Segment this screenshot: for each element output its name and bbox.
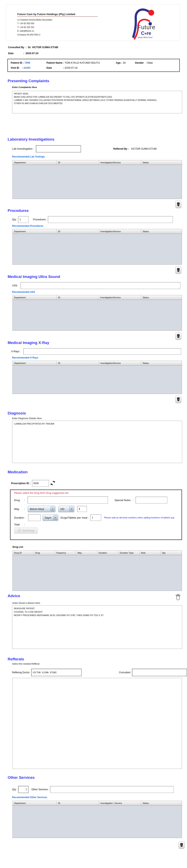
prescription-refresh-button[interactable] (50, 480, 55, 486)
frequency-select-value: OD (60, 507, 64, 510)
refresh-icon (50, 480, 55, 486)
company-name: Future Care by Future Holdings (Pty) Lim… (17, 13, 98, 16)
chevron-down-icon: ▼ (69, 506, 73, 512)
complaints-textarea[interactable]: PATIENT SEEN. BEING EVALUATED FOR LUMBAL… (12, 91, 182, 113)
way-select[interactable]: Before Meal ▼ (28, 506, 55, 512)
company-phone-2: T: +24 84 225 252 (17, 25, 98, 29)
other-services-input[interactable] (50, 786, 174, 793)
visit-id-cell: Visit ID : 22403 (11, 66, 46, 69)
duration-input[interactable] (28, 514, 41, 521)
trash-icon (177, 268, 180, 272)
section-title-ultrasound: Medical Imaging Ultra Sound (8, 275, 187, 279)
logo-care-re: re (147, 30, 151, 36)
procedures-col-service: Investigation/Service (99, 229, 141, 234)
section-title-diagnosis: Diagnosis (8, 411, 187, 415)
other-services-table-body (13, 806, 182, 838)
way-count-input[interactable] (77, 506, 87, 512)
patient-name-cell: Patient Name : TOM KYALO KATUMO NGUTU (46, 61, 116, 64)
refferal-select-label: Select the needed Refferal (12, 662, 187, 665)
procedures-delete-button[interactable] (175, 266, 181, 274)
lab-investigation-input[interactable] (36, 145, 81, 152)
procedures-table-body (13, 234, 182, 265)
recommended-lab-label: Recommended Lab Testings (12, 155, 187, 158)
procedures-qty-label: Qty : (12, 218, 18, 221)
uss-input[interactable] (21, 282, 180, 289)
procedures-col-status: Status (141, 229, 182, 234)
patient-gender-cell: Gender : Male (135, 61, 177, 64)
consulted-by-row: Consulted By : Dr. VICTOR OJIMA ETUBI (8, 46, 187, 49)
drug-col-drug: Drug (34, 551, 55, 555)
consult-date-value: 2025-07-24 (26, 52, 38, 55)
way-row: Way : Before Meal ▼ OD ▼ (14, 506, 182, 512)
recommended-uss-table: Department ID Investigation/Service Stat… (12, 295, 182, 331)
plus-icon: + (18, 529, 21, 532)
total-label: Total : (14, 523, 25, 526)
patient-age-cell: Age : 34 (116, 61, 135, 64)
total-row: Total : (14, 523, 182, 526)
chevron-down-icon: ▼ (50, 506, 54, 512)
uss-col-department: Department (13, 295, 57, 300)
drug-col-duration: Duration (97, 551, 118, 555)
other-services-qty-input[interactable] (18, 786, 29, 793)
drug-col-frequency: Fequency (55, 551, 76, 555)
drug-col-qty: Qty (161, 551, 182, 555)
per-meal-input[interactable] (90, 514, 101, 521)
other-services-trash-row (0, 841, 185, 849)
letterhead: Future Care by Future Holdings (Pty) Lim… (6, 4, 180, 41)
special-notes-input[interactable] (136, 497, 167, 503)
xray-delete-button[interactable] (175, 396, 181, 403)
prescription-id-input[interactable] (32, 480, 49, 487)
prescription-id-label: Prescription ID : (11, 482, 31, 485)
gender-label: Gender : (135, 61, 147, 64)
consultant-input[interactable] (132, 669, 187, 676)
uss-col-status: Status (141, 295, 182, 300)
xray-input[interactable] (23, 348, 181, 355)
consultant-label: Consultant (119, 671, 131, 674)
trash-icon (177, 334, 180, 338)
consult-date-row: Date : 2025-07-24 (8, 52, 187, 55)
uss-delete-button[interactable] (175, 332, 181, 340)
recommended-xray-table: Department ID Investigation/Service Stat… (12, 361, 182, 394)
advice-delete-button[interactable] (175, 594, 181, 601)
xray-field-row: X-Rays : (11, 348, 187, 355)
drug-input[interactable] (28, 496, 108, 504)
recommended-lab-table: Department ID Investigation/Service Stat… (12, 160, 182, 199)
section-title-advice: Advice (8, 594, 20, 598)
company-address: Le Chainter,Victoria,Mahe,Seychelles (17, 18, 98, 22)
recommended-uss-label: Recommended USS (12, 290, 187, 293)
uss-trash-row (0, 332, 181, 340)
procedures-field-row: Qty : Procedures : (12, 216, 187, 223)
drug-label: Drug : (14, 499, 25, 502)
medication-entry-box: Please select the Drug from Drug suggess… (10, 490, 182, 540)
patient-id-cell: Patient ID : 7099 (11, 61, 46, 64)
procedures-table-header-row: Department ID Investigation/Service Stat… (13, 229, 182, 234)
reffering-doctor-input[interactable] (31, 669, 82, 676)
recommended-other-services-label: Recommended Other Services (12, 796, 187, 799)
xray-col-service: Investigation/Service (99, 361, 141, 365)
advice-textarea[interactable]: REASSURE PATIENT. COUNSEL TO LOSE WEIGHT… (12, 606, 182, 649)
frequency-select[interactable]: OD ▼ (58, 506, 74, 512)
diagnosis-textarea[interactable]: LUMBALGIA PRECIPITATED BY TRAUMA (12, 421, 182, 463)
add-drug-button[interactable]: + Add Drug (14, 527, 38, 534)
duration-unit-select[interactable]: Day/s ▼ (43, 514, 58, 521)
drug-list-table: Drug ID Drug Fequency Way Duration Durat… (12, 550, 182, 591)
trash-icon (177, 397, 180, 402)
lab-trash-row (0, 200, 181, 208)
procedures-qty-input[interactable] (18, 216, 29, 223)
uss-field-row: USS : (12, 282, 187, 289)
way-label: Way : (14, 507, 25, 510)
heart-icon: ♥ (144, 32, 147, 36)
recommended-xray-label: Recommended X-Rays (12, 356, 187, 359)
other-services-delete-button[interactable] (179, 841, 185, 849)
other-services-label: Other Services : (31, 788, 50, 791)
procedures-input[interactable] (48, 216, 173, 223)
consult-date-label: Date : (8, 52, 26, 55)
section-title-xray: Medical Imaging X-Ray (8, 341, 187, 345)
consulted-by-label: Consulted By : (8, 46, 28, 49)
logo-word-care: C♥re (141, 30, 151, 36)
consultation-form-page: Future Care by Future Holdings (Pty) Lim… (0, 0, 187, 857)
lab-delete-button[interactable] (175, 200, 181, 208)
uss-table-body (13, 300, 182, 331)
duration-unit-value: Day/s (45, 516, 51, 519)
logo-word-future: Future (137, 24, 155, 31)
